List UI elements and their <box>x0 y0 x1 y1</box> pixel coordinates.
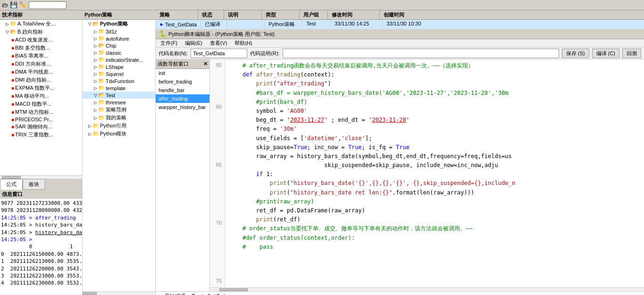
compile-button[interactable]: 编译 (C) <box>592 49 619 58</box>
python-tree-label: Python策略 <box>84 12 112 17</box>
editor-toolbar: 代码名称(N): 代码说明(R): 保存 (S) 编译 (C) 回测 <box>156 48 644 59</box>
func-nav-warpper[interactable]: warpper_history_bar <box>156 103 209 111</box>
folder-icon: 📂 <box>98 42 105 49</box>
tree-item-trix[interactable]: ■ TRIX 三重指数... <box>0 131 82 139</box>
info-line-5: 14:25:05 > history_bars_date ret len:907… <box>1 229 81 236</box>
tree-label: Python模块 <box>100 130 126 137</box>
folder-icon: 📁 <box>98 50 105 56</box>
code-name-label: 代码名称(N): <box>159 50 188 57</box>
tree-item-ma[interactable]: ■ MA 移动平均... <box>0 92 82 100</box>
code-content-panel: 55 60 65 70 75 # after_trading函数会在每天交易结束… <box>210 59 644 291</box>
strategy-row[interactable]: ► Test_GetData 已编译 Python策略 Test 33/11/3… <box>156 20 644 29</box>
py-folder-strategy-examples[interactable]: ▷ 📁 策略范例 <box>83 106 155 114</box>
tree-label: threesee <box>106 100 126 105</box>
expand-icon: ▷ <box>94 51 97 55</box>
expand-icon: ▷ <box>94 79 97 84</box>
folder-icon: 📁 <box>98 115 105 121</box>
py-folder-my-strategy[interactable]: ▷ 📁 我的策略 <box>83 114 155 122</box>
tree-item-atotalview[interactable]: ▷ 📁 A.TotalView 全... <box>0 20 82 28</box>
tech-tree: ▷ 📁 A.TotalView 全... ▽ 📂 B.趋向指标 ■ ACD 收集… <box>0 20 82 175</box>
tree-label: classic <box>106 50 121 56</box>
expand-icon: ▷ <box>94 86 97 91</box>
tree-item-bbi[interactable]: ■ BBI 多空指数... <box>0 44 82 52</box>
func-nav-init[interactable]: init <box>156 69 209 77</box>
tech-scrollbar[interactable] <box>0 175 82 179</box>
tree-item-mtm[interactable]: ■ MTM 动力指标... <box>0 108 82 116</box>
save-button[interactable]: 保存 (S) <box>562 49 589 58</box>
folder-icon: 📁 <box>98 57 105 63</box>
code-name-input[interactable] <box>191 49 247 58</box>
item-icon: ■ <box>11 69 14 75</box>
info-line-4: 14:25:05 > history_bars_date('AG00',2023… <box>1 221 81 228</box>
tree-item-btrend[interactable]: ▽ 📂 B.趋向指标 <box>0 28 82 36</box>
tech-panel-header: 技术指标 <box>0 10 82 20</box>
code-hscroll[interactable] <box>210 287 644 291</box>
menu-edit[interactable]: 编辑(E) <box>183 40 204 47</box>
python-tree-hscroll[interactable] <box>83 291 155 295</box>
folder-icon: 📁 <box>98 71 105 77</box>
py-folder-autofuture[interactable]: ▷ 📁 autofuture <box>83 35 155 42</box>
tree-item-dma[interactable]: ■ DMA 平均线差... <box>0 68 82 76</box>
expand-icon: ▷ <box>88 132 92 136</box>
info-header-label: 信息窗口 <box>2 191 23 197</box>
item-icon: ■ <box>11 61 14 67</box>
folder-icon: 📁 <box>98 99 105 105</box>
tree-item-dmi[interactable]: ■ DMI 趋向指标... <box>0 76 82 84</box>
menu-view[interactable]: 查看(V) <box>208 40 229 47</box>
folder-icon: 📁 <box>98 28 105 34</box>
col-type: 类型 <box>262 10 300 19</box>
code-scroll-area[interactable]: 55 60 65 70 75 # after_trading函数会在每天交易结束… <box>210 59 644 287</box>
tab-block[interactable]: 板块 <box>23 179 45 190</box>
tree-label: A.TotalView 全... <box>17 20 56 27</box>
tech-top: 技术指标 ▷ 📁 A.TotalView 全... ▽ 📂 B.趋向指标 <box>0 10 82 190</box>
py-folder-python-ref[interactable]: ▷ 📁 Python引用 <box>83 122 155 130</box>
func-nav-handle-bar[interactable]: handle_bar <box>156 86 209 94</box>
tree-item-macd[interactable]: ■ MACD 指数平... <box>0 100 82 108</box>
tree-item-sar[interactable]: ■ SAR 抛物转向... <box>0 123 82 131</box>
py-folder-squirrel[interactable]: ▷ 📁 Squirrel <box>83 70 155 77</box>
tech-header-label: 技术指标 <box>2 11 23 18</box>
strategy-name: Test_GetData <box>165 22 197 27</box>
py-folder-chip[interactable]: ▷ 📂 Chip <box>83 42 155 49</box>
py-folder-test[interactable]: ▽ 📂 Test <box>83 92 155 99</box>
tree-item-acd[interactable]: ■ ACD 收集派发... <box>0 36 82 44</box>
py-folder-python-module[interactable]: ▷ 📁 Python模块 <box>83 130 155 138</box>
folder-icon: 📁 <box>98 85 105 91</box>
tab-formula[interactable]: 公式 <box>0 179 23 190</box>
tree-item-ddi[interactable]: ■ DDI 方向标准... <box>0 60 82 68</box>
tree-label: MACD 指数平... <box>15 101 52 108</box>
expand-icon: ▷ <box>94 108 97 112</box>
menu-file[interactable]: 文件(F) <box>159 40 179 47</box>
func-nav-after-trading[interactable]: after_trading <box>156 94 209 103</box>
py-folder-classic[interactable]: ▷ 📁 classic <box>83 49 155 56</box>
py-folder-template[interactable]: ▷ 📁 template <box>83 84 155 92</box>
py-folder-threesee[interactable]: ▷ 📁 threesee <box>83 99 155 106</box>
tree-item-priceosc[interactable]: ■ PRICEOSC Pr... <box>0 116 82 123</box>
expand-icon: ▷ <box>94 29 97 34</box>
expand-icon: ▷ <box>94 100 97 105</box>
py-folder-3d1z[interactable]: ▷ 📁 3d1z <box>83 28 155 35</box>
py-folder-root[interactable]: ▽ 📂 Python策略 <box>83 20 155 28</box>
py-folder-tdxfunc[interactable]: ▷ 📁 TdxFunction <box>83 77 155 84</box>
expand-icon: ▷ <box>94 58 97 62</box>
menu-help[interactable]: 帮助(H) <box>233 40 254 47</box>
py-folder-lshape[interactable]: ▷ 📁 LShape <box>83 63 155 70</box>
tree-label: 我的策略 <box>106 114 126 121</box>
tree-label: SAR 抛物转向... <box>15 123 52 130</box>
code-text[interactable]: # after_trading函数会在每天交易结束后被调用,当天只会被调用一次。… <box>225 59 644 287</box>
func-nav-close-btn[interactable]: ✕ <box>203 61 208 67</box>
tree-item-expma[interactable]: ■ EXPMA 指数平... <box>0 84 82 92</box>
search-input[interactable] <box>29 1 67 9</box>
tree-label: 策略范例 <box>106 106 126 113</box>
info-line-7: 0 1 <box>1 243 81 250</box>
py-folder-indicator[interactable]: ▷ 📁 indicatorStrate... <box>83 56 155 63</box>
info-line-11: 3 20211126223000.00 3553.35 <box>1 272 81 279</box>
tree-item-bias[interactable]: ■ BIAS 乖离率... <box>0 52 82 60</box>
compile-line-1: > 开始编译 <Test_GetData> ...... <box>159 293 641 295</box>
backtest-button[interactable]: 回测 <box>622 49 641 58</box>
item-icon: ■ <box>11 45 14 51</box>
func-nav-before-trading[interactable]: before_trading <box>156 77 209 86</box>
tree-label: Chip <box>106 43 117 49</box>
code-desc-input[interactable] <box>283 49 559 58</box>
item-icon: ■ <box>11 132 14 137</box>
